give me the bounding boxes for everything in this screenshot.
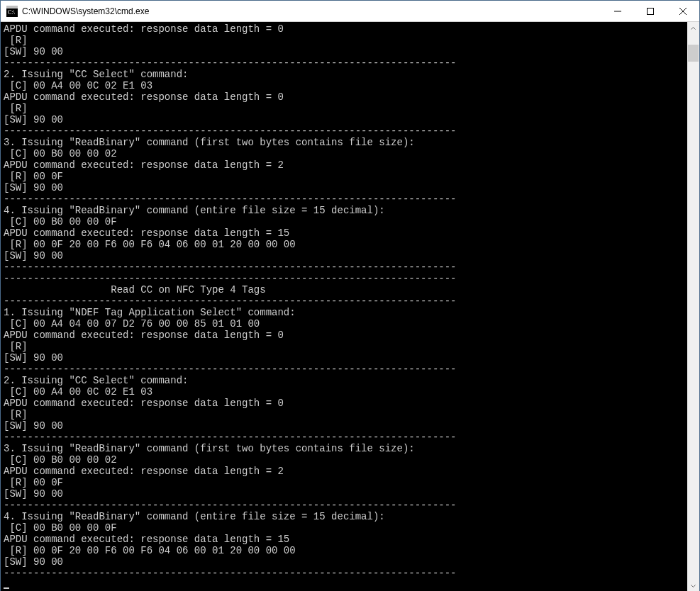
minimize-button[interactable] [601,1,634,22]
svg-rect-4 [648,8,654,14]
chevron-up-icon [691,27,696,30]
window-title: C:\WINDOWS\system32\cmd.exe [22,6,149,16]
svg-rect-1 [6,6,18,9]
scroll-up-button[interactable] [687,22,699,34]
console-output[interactable]: APDU command executed: response data len… [1,22,687,591]
vertical-scrollbar[interactable] [687,22,699,591]
scroll-track[interactable] [687,34,699,580]
chevron-down-icon [691,585,696,587]
minimize-icon [614,8,621,15]
close-icon [679,8,687,15]
cmd-icon: C:\ [6,6,18,17]
maximize-button[interactable] [634,1,667,22]
scroll-thumb[interactable] [688,45,699,62]
scroll-down-button[interactable] [687,580,699,591]
titlebar[interactable]: C:\ C:\WINDOWS\system32\cmd.exe [1,1,699,22]
maximize-icon [647,8,654,15]
console-area: APDU command executed: response data len… [1,22,699,591]
svg-text:C:\: C:\ [8,9,16,16]
cmd-window: C:\ C:\WINDOWS\system32\cmd.exe APDU com… [0,0,700,591]
text-caret [4,587,9,589]
close-button[interactable] [667,1,699,22]
